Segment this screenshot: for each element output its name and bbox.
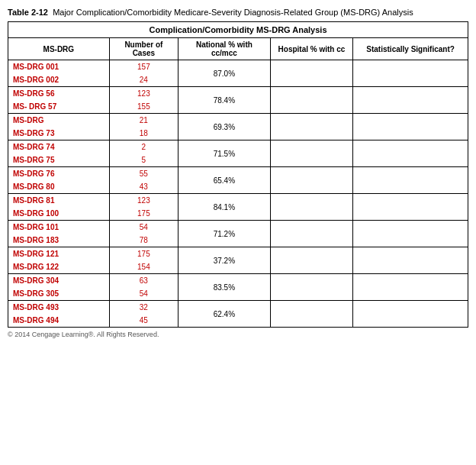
hospital-cell xyxy=(270,301,353,328)
ms-drg-cell: MS-DRG 121 xyxy=(8,247,110,261)
cases-cell: 155 xyxy=(109,100,178,114)
stat-cell xyxy=(353,167,468,194)
col-num-cases: Number of Cases xyxy=(109,38,178,60)
stat-cell xyxy=(353,87,468,114)
hospital-cell xyxy=(270,87,353,114)
hospital-cell xyxy=(270,167,353,194)
ms-drg-cell: MS-DRG 74 xyxy=(8,140,110,154)
ms-drg-cell: MS-DRG 183 xyxy=(8,234,110,247)
table-main-header: Complication/Comorbidity MS-DRG Analysis xyxy=(8,22,468,38)
ms-drg-cell: MS-DRG 80 xyxy=(8,180,110,194)
stat-cell xyxy=(353,194,468,221)
cases-cell: 5 xyxy=(109,153,178,167)
col-national-pct: National % with cc/mcc xyxy=(178,38,271,60)
cases-cell: 175 xyxy=(109,207,178,221)
hospital-cell xyxy=(270,274,353,301)
cases-cell: 2 xyxy=(109,140,178,154)
cases-cell: 43 xyxy=(109,180,178,194)
stat-cell xyxy=(353,247,468,274)
national-cell: 37.2% xyxy=(178,247,271,274)
national-cell: 65.4% xyxy=(178,167,271,194)
cases-cell: 18 xyxy=(109,127,178,140)
ms-drg-cell: MS-DRG 56 xyxy=(8,87,110,101)
national-cell: 78.4% xyxy=(178,87,271,114)
cases-cell: 54 xyxy=(109,287,178,301)
cases-cell: 32 xyxy=(109,301,178,315)
hospital-cell xyxy=(270,194,353,221)
ms-drg-cell: MS-DRG 305 xyxy=(8,287,110,301)
ms-drg-cell: MS-DRG 002 xyxy=(8,73,110,87)
cases-cell: 45 xyxy=(109,314,178,328)
cases-cell: 55 xyxy=(109,167,178,181)
stat-cell xyxy=(353,274,468,301)
stat-cell xyxy=(353,140,468,167)
national-cell: 71.5% xyxy=(178,140,271,167)
ms-drg-cell: MS-DRG 75 xyxy=(8,153,110,167)
ms-drg-cell: MS-DRG xyxy=(8,114,110,128)
stat-cell xyxy=(353,114,468,140)
ms-drg-cell: MS- DRG 57 xyxy=(8,100,110,114)
stat-cell xyxy=(353,221,468,247)
hospital-cell xyxy=(270,221,353,247)
col-hospital-pct: Hospital % with cc xyxy=(270,38,353,60)
cases-cell: 78 xyxy=(109,234,178,247)
ms-drg-cell: MS-DRG 101 xyxy=(8,221,110,234)
national-cell: 83.5% xyxy=(178,274,271,301)
cases-cell: 24 xyxy=(109,73,178,87)
cases-cell: 123 xyxy=(109,194,178,208)
stat-cell xyxy=(353,301,468,328)
ms-drg-cell: MS-DRG 100 xyxy=(8,207,110,221)
main-table: Complication/Comorbidity MS-DRG Analysis… xyxy=(8,21,468,328)
ms-drg-cell: MS-DRG 76 xyxy=(8,167,110,181)
cases-cell: 175 xyxy=(109,247,178,261)
hospital-cell xyxy=(270,247,353,274)
table-title: Table 2-12 Major Complication/Comorbidit… xyxy=(8,8,468,17)
ms-drg-cell: MS-DRG 493 xyxy=(8,301,110,315)
cases-cell: 54 xyxy=(109,221,178,234)
national-cell: 84.1% xyxy=(178,194,271,221)
stat-cell xyxy=(353,60,468,87)
ms-drg-cell: MS-DRG 001 xyxy=(8,60,110,74)
col-stat-sig: Statistically Significant? xyxy=(353,38,468,60)
hospital-cell xyxy=(270,114,353,140)
ms-drg-cell: MS-DRG 81 xyxy=(8,194,110,208)
cases-cell: 21 xyxy=(109,114,178,128)
cases-cell: 63 xyxy=(109,274,178,288)
national-cell: 71.2% xyxy=(178,221,271,247)
hospital-cell xyxy=(270,60,353,87)
col-ms-drg: MS-DRG xyxy=(8,38,110,60)
ms-drg-cell: MS-DRG 494 xyxy=(8,314,110,328)
ms-drg-cell: MS-DRG 304 xyxy=(8,274,110,288)
cases-cell: 157 xyxy=(109,60,178,74)
ms-drg-cell: MS-DRG 73 xyxy=(8,127,110,140)
national-cell: 62.4% xyxy=(178,301,271,328)
footer-text: © 2014 Cengage Learning®. All Rights Res… xyxy=(8,331,468,338)
cases-cell: 154 xyxy=(109,260,178,274)
national-cell: 87.0% xyxy=(178,60,271,87)
national-cell: 69.3% xyxy=(178,114,271,140)
cases-cell: 123 xyxy=(109,87,178,101)
ms-drg-cell: MS-DRG 122 xyxy=(8,260,110,274)
hospital-cell xyxy=(270,140,353,167)
